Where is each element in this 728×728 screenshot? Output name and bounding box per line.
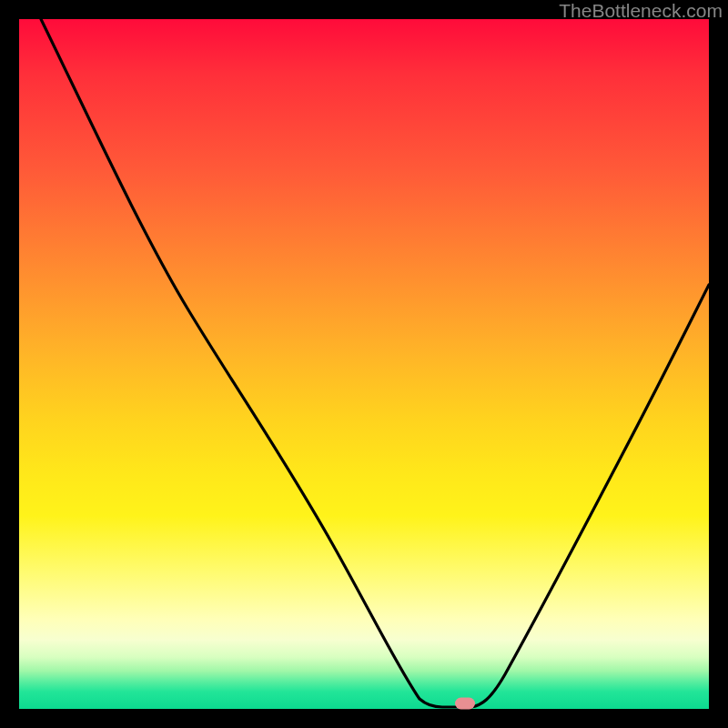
curve-path [41,19,709,707]
plot-area [19,19,709,709]
bottleneck-curve [19,19,709,709]
optimal-point-marker [455,698,475,710]
watermark: TheBottleneck.com [559,0,723,22]
chart-frame: TheBottleneck.com [0,0,728,728]
